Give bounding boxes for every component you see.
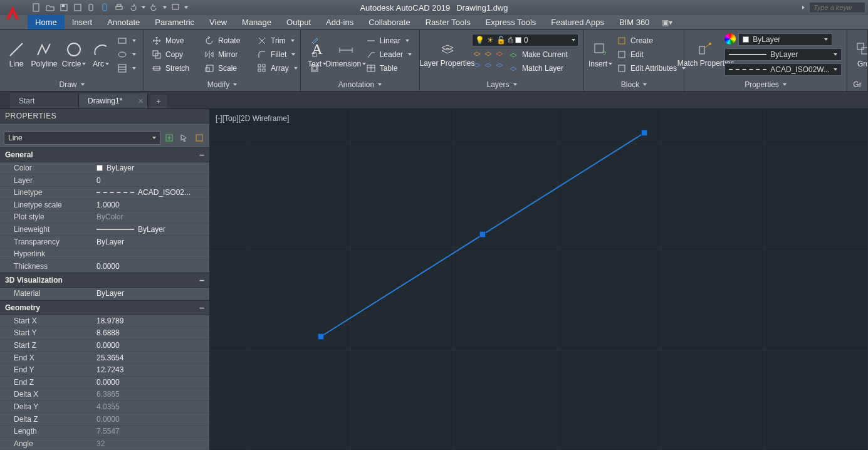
prop-layer[interactable]: 0: [94, 176, 209, 185]
prop-material[interactable]: ByLayer: [94, 289, 209, 298]
copy-button[interactable]: Copy: [149, 48, 199, 61]
toggle-pickadd-icon[interactable]: [163, 132, 175, 144]
ribbon-tab-home[interactable]: Home: [28, 15, 65, 29]
new-icon[interactable]: [31, 3, 41, 13]
stretch-button[interactable]: Stretch: [149, 62, 199, 75]
file-tab-add[interactable]: +: [150, 95, 167, 108]
ribbon-tab-insert[interactable]: Insert: [65, 15, 100, 29]
mirror-button[interactable]: Mirror: [202, 48, 252, 61]
panel-title-properties[interactable]: Properties: [684, 78, 847, 91]
redo-drop-icon[interactable]: [163, 6, 167, 9]
ribbon-tab-parametric[interactable]: Parametric: [147, 15, 202, 29]
ribbon-tab-output[interactable]: Output: [279, 15, 318, 29]
ellipse-button[interactable]: [115, 48, 139, 61]
panel-title-annotation[interactable]: Annotation: [301, 78, 419, 91]
panel-title-modify[interactable]: Modify: [144, 78, 300, 91]
prop-color[interactable]: ByLayer: [94, 164, 209, 172]
ribbon-tab-featured[interactable]: Featured Apps: [543, 15, 612, 29]
file-tab-drawing[interactable]: Drawing1*✕: [79, 93, 148, 108]
color-wheel-icon[interactable]: [724, 33, 736, 44]
layer-freeze-icon[interactable]: [483, 48, 493, 58]
qat-more-icon[interactable]: [170, 3, 180, 13]
ribbon-tab-options-icon[interactable]: ▣▾: [658, 16, 676, 29]
section-geometry[interactable]: Geometry–: [0, 300, 209, 315]
plot-icon[interactable]: [114, 3, 124, 13]
ribbon-tab-annotate[interactable]: Annotate: [100, 15, 147, 29]
linear-button[interactable]: Linear: [363, 34, 414, 47]
ribbon-tab-view[interactable]: View: [202, 15, 234, 29]
object-type-select[interactable]: Line: [4, 131, 160, 145]
color-select[interactable]: ByLayer: [738, 33, 832, 46]
dimension-button[interactable]: Dimension: [331, 39, 361, 70]
ribbon-tab-raster[interactable]: Raster Tools: [418, 15, 478, 29]
undo-drop-icon[interactable]: [142, 6, 145, 9]
linetype-select[interactable]: ACAD_ISO02W...: [724, 63, 842, 76]
prop-endx[interactable]: 25.3654: [94, 353, 209, 362]
match-properties-button[interactable]: Match Properties: [689, 39, 722, 69]
panel-title-block[interactable]: Block: [584, 78, 684, 91]
layer-unlock-icon[interactable]: [494, 60, 505, 70]
redo-icon[interactable]: [149, 3, 159, 13]
panel-title-draw[interactable]: Draw: [0, 78, 144, 91]
create-button[interactable]: Create: [614, 34, 688, 47]
quick-select-icon[interactable]: [193, 132, 206, 144]
line-button[interactable]: Line: [5, 39, 28, 70]
prop-transparency[interactable]: ByLayer: [94, 238, 209, 246]
trim-button[interactable]: Trim: [254, 34, 305, 47]
move-button[interactable]: Move: [149, 34, 199, 47]
prop-startz[interactable]: 0.0000: [94, 341, 209, 350]
save-icon[interactable]: [59, 3, 69, 13]
web-mobile-icon[interactable]: [86, 3, 97, 13]
prop-endz[interactable]: 0.0000: [94, 378, 209, 387]
prop-endy[interactable]: 12.7243: [94, 365, 209, 374]
prop-starty[interactable]: 8.6888: [94, 328, 209, 337]
cloud-icon[interactable]: [100, 3, 110, 13]
search-input[interactable]: [809, 2, 865, 13]
saveas-icon[interactable]: [73, 3, 83, 13]
prop-startx[interactable]: 18.9789: [94, 317, 209, 325]
arc-button[interactable]: Arc: [90, 39, 112, 70]
open-icon[interactable]: [45, 3, 55, 13]
rectangle-button[interactable]: [115, 34, 139, 47]
selected-line[interactable]: [209, 109, 868, 450]
grip-mid[interactable]: [479, 231, 486, 238]
ribbon-tab-express[interactable]: Express Tools: [478, 15, 544, 29]
layer-properties-button[interactable]: Layer Properties: [425, 39, 469, 69]
layer-iso-icon[interactable]: [472, 48, 482, 58]
polyline-button[interactable]: Polyline: [30, 39, 58, 70]
section-general[interactable]: General–: [0, 147, 209, 162]
prop-lineweight[interactable]: ByLayer: [94, 225, 209, 234]
prop-linetype[interactable]: ACAD_ISO02...: [94, 188, 209, 197]
file-tab-start[interactable]: Start: [10, 93, 79, 108]
insert-button[interactable]: Insert: [589, 39, 612, 70]
grip-start[interactable]: [318, 333, 324, 340]
undo-icon[interactable]: [128, 3, 138, 13]
drawing-canvas[interactable]: [-][Top][2D Wireframe]: [209, 109, 868, 450]
lineweight-select[interactable]: ByLayer: [724, 48, 842, 61]
layer-thaw-icon[interactable]: [494, 48, 505, 58]
group-button[interactable]: Gro: [852, 39, 868, 70]
match-layer-button[interactable]: Match Layer: [506, 62, 575, 75]
select-objects-icon[interactable]: [178, 132, 191, 144]
layer-dropdown[interactable]: 💡 ☀ 🔓 ⎙ 0: [472, 34, 578, 46]
scale-button[interactable]: Scale: [202, 62, 252, 75]
panel-title-layers[interactable]: Layers: [420, 78, 583, 91]
prop-thickness[interactable]: 0.0000: [94, 262, 209, 271]
layer-off-icon[interactable]: [472, 60, 482, 70]
array-button[interactable]: Array: [254, 62, 305, 75]
ribbon-tab-manage[interactable]: Manage: [234, 15, 279, 29]
app-menu-button[interactable]: [0, 0, 25, 25]
table-button[interactable]: Table: [363, 62, 414, 75]
ribbon-tab-addins[interactable]: Add-ins: [318, 15, 361, 29]
circle-button[interactable]: Circle: [61, 39, 87, 70]
rotate-button[interactable]: Rotate: [202, 34, 252, 47]
section-3dviz[interactable]: 3D Visualization–: [0, 273, 209, 288]
ribbon-tab-collaborate[interactable]: Collaborate: [361, 15, 418, 29]
fillet-button[interactable]: Fillet: [254, 48, 305, 61]
grip-end[interactable]: [641, 130, 647, 136]
hatch-button[interactable]: [115, 62, 139, 75]
layer-lock-icon[interactable]: [483, 60, 493, 70]
prop-ltscale[interactable]: 1.0000: [94, 201, 209, 209]
qat-dropdown-icon[interactable]: [184, 6, 188, 9]
close-icon[interactable]: ✕: [138, 97, 144, 105]
